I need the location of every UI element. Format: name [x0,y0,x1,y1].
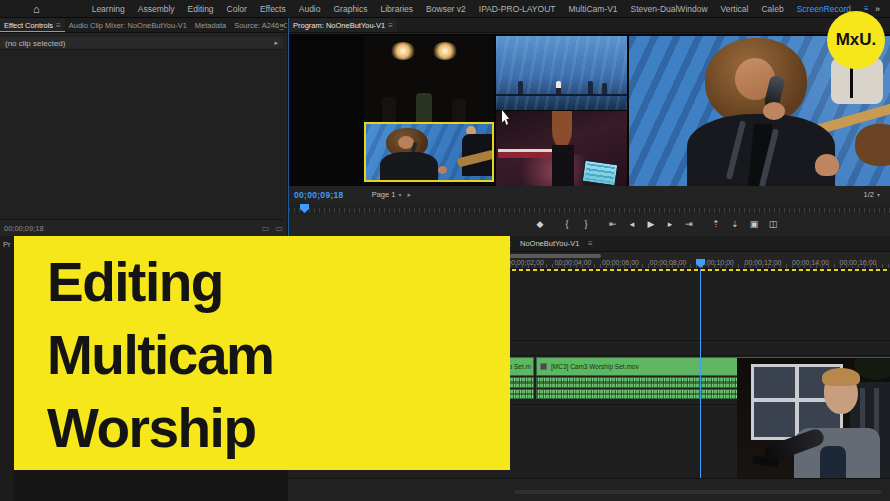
comparison-view-button[interactable]: ◫ [767,219,779,229]
title-banner: Editing Multicam Worship [14,236,510,470]
timeline-sequence-tab[interactable]: NoOneButYou-V1 [516,236,583,251]
panel-menu-icon[interactable]: ≡ [588,239,593,248]
add-marker-button[interactable]: ◆ [534,219,546,229]
play-button[interactable]: ▶ [645,219,657,229]
ruler-tick-label: 00;00;16;00 [840,259,877,266]
workspace-tab-editing[interactable]: Editing [188,4,214,14]
effect-controls-content [0,50,283,220]
mark-out-button[interactable]: } [580,219,592,229]
workspace-tab-audio[interactable]: Audio [299,4,321,14]
no-clip-selected-row[interactable]: (no clip selected) ▸ [0,37,283,50]
ruler-tick-label: 00;00;08;00 [650,259,687,266]
project-panel-sliver: Pr [0,236,14,501]
banner-line-2: Multicam [47,319,510,392]
panel-tab-label: Effect Controls [4,21,53,30]
workspace-tab-steven-dualwindow[interactable]: Steven-DualWindow [631,4,708,14]
webcam-overlay [737,358,890,478]
clip-label: [MC3] Cam3 Worship Set.mov [551,363,639,370]
step-back-button[interactable]: ◂ [626,219,638,229]
workspace-tab-caleb[interactable]: Caleb [761,4,783,14]
panel-tab-label: Metadata [195,21,226,30]
workspace-tab-multicam-v1[interactable]: MultiCam-V1 [568,4,617,14]
stage-monitor [582,160,619,186]
stage-light [432,42,458,60]
no-clip-selected-label: (no clip selected) [5,39,65,48]
workspace-tab-screenrecord[interactable]: ScreenRecord [797,4,851,14]
workspace-tab-assembly[interactable]: Assembly [138,4,175,14]
effect-controls-timecode: 00;00;09;18 [4,224,44,233]
workspace-tabs: LearningAssemblyEditingColorEffectsAudio… [92,4,869,14]
panel-menu-icon[interactable]: ≡ [56,21,61,30]
clip-fx-badge [540,363,547,370]
left-panel-overflow-icon[interactable]: » [280,21,284,30]
workspace-tab-bowser-v2[interactable]: Bowser v2 [426,4,466,14]
banner-line-1: Editing [47,246,510,319]
program-playhead[interactable] [300,204,309,213]
chevron-down-icon: ▾ [877,191,880,198]
program-timecode[interactable]: 00;00;09;18 [294,190,344,200]
extract-button[interactable]: ⇣ [729,219,741,229]
program-controls-row: 00;00;09;18 Page 1 ▾ ▸ 1/2 ▾ [289,186,890,203]
playback-resolution-value: 1/2 [864,190,874,199]
guitar-body [855,124,890,166]
panel-zoom-icon[interactable]: ▭ [262,224,270,233]
keyboard [498,149,560,158]
effect-controls-panel: Effect Controls≡Audio Clip Mixer: NoOneB… [0,18,287,236]
panel-tab-effect-controls[interactable]: Effect Controls≡ [0,18,65,32]
multicam-angle-4[interactable] [496,111,627,186]
multicam-angle-2[interactable] [496,36,627,110]
expand-arrow-icon[interactable]: ▸ [274,39,278,47]
next-page-arrow-icon[interactable]: ▸ [407,191,411,199]
step-forward-button[interactable]: ▸ [664,219,676,229]
ruler-tick-label: 00;00;06;00 [602,259,639,266]
mxu-logo: MxU. [827,11,885,69]
timeline-hscrollbar[interactable] [506,254,601,258]
banner-line-3: Worship [47,392,510,465]
program-monitor-tab[interactable]: Program: NoOneButYou-V1 ≡ [289,18,397,32]
timeline-playhead-line[interactable] [700,269,701,478]
page-selector[interactable]: Page 1 ▾ [372,190,402,199]
go-to-out-button[interactable]: ⇥ [683,219,695,229]
effect-controls-bottom-bar: 00;00;09;18 ▭ ▭ [0,221,287,236]
mxu-logo-text: MxU. [836,30,877,50]
export-frame-button[interactable]: ▣ [748,219,760,229]
workspace-tab-libraries[interactable]: Libraries [381,4,414,14]
workspace-tab-effects[interactable]: Effects [260,4,286,14]
workspace-tab-ipad-pro-layout[interactable]: IPAD-PRO-LAYOUT [479,4,556,14]
mark-in-button[interactable]: { [561,219,573,229]
ruler-tick-label: 00;00;04;00 [555,259,592,266]
ruler-tick-label: 00;00;12;00 [745,259,782,266]
multicam-angle-3-selected[interactable] [364,122,494,182]
menu-bar: ⌂ LearningAssemblyEditingColorEffectsAud… [0,0,890,18]
workspace-tab-graphics[interactable]: Graphics [333,4,367,14]
project-tab[interactable]: Pr [3,240,11,249]
transport-controls: ◆{}⇤◂▶▸⇥⇡⇣▣◫ [534,214,779,234]
workspace-overflow-icon[interactable]: » [875,4,880,14]
workspace-tab-vertical[interactable]: Vertical [721,4,749,14]
workspace-tab-learning[interactable]: Learning [92,4,125,14]
program-monitor-tab-label: Program: NoOneButYou-V1 [293,21,385,30]
panel-tab-audio-clip-mixer-noonebutyou-v1[interactable]: Audio Clip Mixer: NoOneButYou-V1 [65,18,191,32]
timeline-bottom-bar [288,478,890,501]
go-to-in-button[interactable]: ⇤ [607,219,619,229]
panel-menu-icon[interactable]: ≡ [388,21,393,30]
program-scrubber[interactable] [289,203,890,214]
timeline-playhead-head[interactable] [696,259,705,268]
stage-light [390,42,416,60]
multicam-angle-1[interactable] [364,36,494,123]
home-icon[interactable]: ⌂ [33,3,40,15]
program-video-area [289,34,890,186]
lift-button[interactable]: ⇡ [710,219,722,229]
chevron-down-icon: ▾ [398,191,401,198]
panel-tab-label: Audio Clip Mixer: NoOneButYou-V1 [69,21,187,30]
program-monitor-panel: Program: NoOneButYou-V1 ≡ [288,18,890,236]
left-panel-tab-bar: Effect Controls≡Audio Clip Mixer: NoOneB… [0,18,287,33]
ruler-tick-label: 00;00;02;00 [507,259,544,266]
ruler-tick-label: 00;00;14;00 [792,259,829,266]
workspace-tab-color[interactable]: Color [227,4,247,14]
panel-tab-source-a246-c002[interactable]: Source: A246_C002 [230,18,287,32]
panel-fit-icon[interactable]: ▭ [275,224,283,233]
premiere-pro-window: ⌂ LearningAssemblyEditingColorEffectsAud… [0,0,890,501]
playback-resolution-select[interactable]: 1/2 ▾ [864,190,880,199]
panel-tab-metadata[interactable]: Metadata [191,18,230,32]
